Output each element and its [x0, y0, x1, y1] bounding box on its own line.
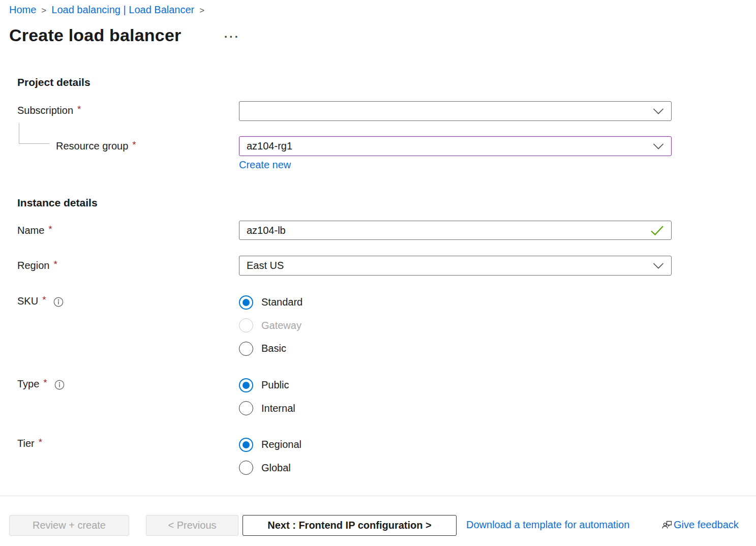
- required-marker: *: [132, 139, 136, 150]
- breadcrumb: Home > Load balancing | Load Balancer >: [9, 4, 204, 16]
- sku-radio-standard[interactable]: Standard: [239, 291, 303, 314]
- tier-radio-regional[interactable]: Regional: [239, 433, 301, 457]
- breadcrumb-load-balancer-link[interactable]: Load balancing | Load Balancer: [51, 4, 194, 16]
- sku-radio-group: Standard Gateway Basic: [239, 291, 303, 360]
- chevron-down-icon: [653, 143, 664, 149]
- radio-icon: [239, 438, 253, 452]
- type-radio-public[interactable]: Public: [239, 374, 295, 397]
- required-marker: *: [39, 437, 42, 448]
- footer-divider: [0, 496, 756, 496]
- region-value: East US: [247, 260, 649, 271]
- name-label: Name*: [17, 225, 52, 236]
- chevron-down-icon: [653, 108, 664, 114]
- name-input[interactable]: [247, 225, 646, 236]
- required-marker: *: [43, 377, 47, 388]
- info-icon[interactable]: [54, 380, 65, 390]
- type-radio-group: Public Internal: [239, 374, 295, 420]
- valid-check-icon: [650, 225, 664, 236]
- radio-icon: [239, 342, 253, 356]
- required-marker: *: [42, 294, 46, 306]
- name-field-wrap: [239, 221, 672, 240]
- chevron-down-icon: [653, 263, 664, 269]
- give-feedback-wrap: Give feedback: [661, 519, 739, 531]
- subscription-label: Subscription*: [17, 105, 81, 116]
- chevron-right-icon: >: [199, 5, 204, 16]
- review-create-button[interactable]: Review + create: [9, 515, 129, 536]
- subscription-select[interactable]: [239, 101, 672, 121]
- radio-icon: [239, 295, 253, 310]
- more-actions-icon[interactable]: ···: [224, 31, 240, 44]
- download-template-link[interactable]: Download a template for automation: [466, 519, 629, 531]
- resource-group-select[interactable]: az104-rg1: [239, 136, 672, 156]
- required-marker: *: [53, 259, 57, 270]
- subscription-resource-group-connector: [19, 123, 49, 144]
- tier-label: Tier*: [17, 438, 42, 449]
- type-radio-internal[interactable]: Internal: [239, 397, 295, 420]
- previous-button[interactable]: < Previous: [146, 515, 238, 536]
- region-label: Region*: [17, 260, 57, 271]
- tier-radio-global[interactable]: Global: [239, 457, 301, 480]
- breadcrumb-home-link[interactable]: Home: [9, 4, 36, 16]
- sku-radio-basic[interactable]: Basic: [239, 337, 303, 360]
- required-marker: *: [48, 224, 52, 235]
- next-frontend-ip-button[interactable]: Next : Frontend IP configuration >: [243, 515, 457, 536]
- radio-icon: [239, 401, 253, 415]
- create-load-balancer-page: Home > Load balancing | Load Balancer > …: [0, 0, 756, 546]
- instance-details-heading: Instance details: [17, 197, 98, 209]
- give-feedback-link[interactable]: Give feedback: [674, 519, 739, 531]
- chevron-right-icon: >: [41, 5, 46, 16]
- region-select[interactable]: East US: [239, 256, 672, 276]
- page-title: Create load balancer: [9, 25, 181, 45]
- resource-group-label: Resource group*: [56, 140, 136, 152]
- project-details-heading: Project details: [17, 76, 90, 88]
- info-icon[interactable]: [53, 297, 64, 307]
- sku-radio-gateway[interactable]: Gateway: [239, 314, 303, 338]
- create-new-link[interactable]: Create new: [239, 159, 291, 171]
- type-label: Type*: [17, 378, 65, 390]
- radio-icon: [239, 318, 253, 332]
- resource-group-value: az104-rg1: [247, 140, 649, 152]
- sku-label: SKU*: [17, 295, 64, 307]
- required-marker: *: [77, 104, 81, 115]
- radio-icon: [239, 378, 253, 392]
- feedback-icon: [661, 520, 673, 530]
- radio-icon: [239, 461, 253, 475]
- tier-radio-group: Regional Global: [239, 433, 301, 479]
